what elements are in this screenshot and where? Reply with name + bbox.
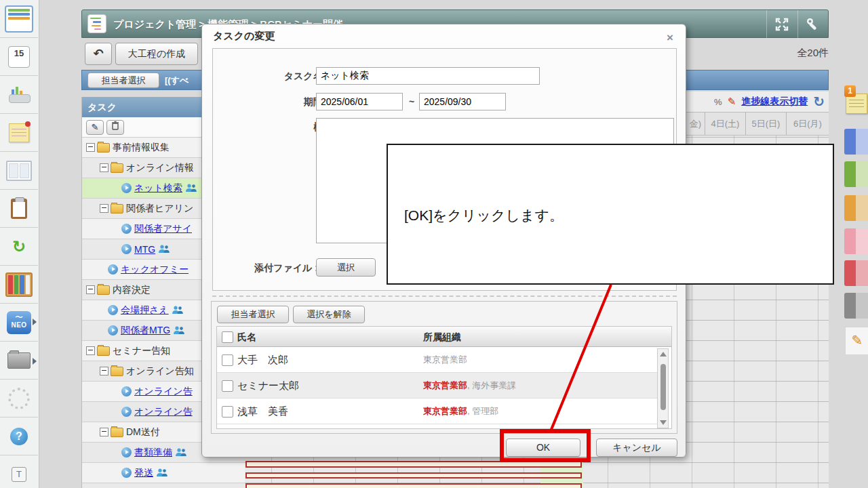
close-icon[interactable]: × <box>667 31 673 45</box>
dialog-separator <box>212 296 677 297</box>
workflow-sync-icon[interactable]: ↻ <box>0 228 38 266</box>
notification-note-icon[interactable]: 1 <box>844 85 868 118</box>
calendar-icon[interactable]: 15 <box>0 38 38 76</box>
cancel-button[interactable]: キャンセル <box>596 439 677 457</box>
tree-label: オンライン告知 <box>126 365 194 378</box>
ok-button-highlight-box <box>500 429 591 462</box>
legend-bar-red <box>844 260 868 286</box>
task-link[interactable]: 発送 <box>134 467 153 479</box>
progress-percent-label: % <box>714 97 722 107</box>
trash-icon <box>111 121 119 130</box>
settings-gear-icon-glyph <box>8 388 30 409</box>
clipboard-icon-glyph <box>11 199 27 219</box>
attachment-select-button[interactable]: 選択 <box>316 258 376 277</box>
member-select-button[interactable]: 担当者選択 <box>217 306 289 323</box>
scroll-up-icon[interactable] <box>660 352 667 357</box>
bulletin-board-icon[interactable] <box>0 152 38 190</box>
task-name-input[interactable] <box>316 67 540 85</box>
member-org: 東京営業部 <box>423 347 467 373</box>
memo-note-icon-glyph <box>9 123 29 142</box>
members-section: 担当者選択 選択を解除 氏名 所属組織 大手 次郎 東京営業部 セミナー太郎 東… <box>211 301 677 434</box>
member-row[interactable]: 浅草 美香 東京営業部, 管理部 <box>217 399 659 424</box>
task-link[interactable]: キックオフミー <box>121 264 189 276</box>
member-row[interactable]: 大手 次郎 東京営業部 <box>217 347 659 373</box>
back-arrow-icon: ↶ <box>93 47 103 60</box>
memo-note-icon[interactable] <box>0 114 38 152</box>
date-cell: 6日(月) <box>787 113 829 135</box>
gantt-pencil-tool-icon[interactable]: ✎ <box>845 327 868 355</box>
tree-row-partial <box>82 483 245 488</box>
folder-flyout-arrow-icon <box>33 358 37 365</box>
tree-label: オンライン情報 <box>126 162 194 174</box>
dashboard-icon[interactable] <box>0 0 38 38</box>
date-cell: 5日(日) <box>746 113 787 135</box>
assignee-select-button[interactable]: 担当者選択 <box>87 73 159 88</box>
period-end-input[interactable] <box>419 93 506 110</box>
member-checkbox[interactable] <box>222 406 233 418</box>
gantt-task-bar[interactable] <box>245 472 582 479</box>
create-major-process-button[interactable]: 大工程の作成 <box>115 43 198 65</box>
task-play-icon <box>121 468 132 478</box>
assignee-filter-text: [(すべ <box>165 70 189 91</box>
settings-gear-icon[interactable] <box>0 380 38 418</box>
select-all-checkbox[interactable] <box>222 331 233 343</box>
help-icon[interactable]: ? <box>0 418 38 455</box>
projector-icon[interactable] <box>0 76 38 114</box>
task-link[interactable]: 関係者アサイ <box>134 223 192 235</box>
scrollbar-thumb[interactable] <box>660 364 666 410</box>
task-link[interactable]: 関係者MTG <box>121 325 170 337</box>
period-tilde: ~ <box>407 96 416 107</box>
assignees-people-icon <box>173 326 185 335</box>
col-org-header: 所属組織 <box>423 327 461 347</box>
tree-label: 事前情報収集 <box>113 142 170 154</box>
period-start-input[interactable] <box>316 93 403 110</box>
task-play-icon <box>121 386 132 396</box>
legend-bar-gray <box>844 293 868 319</box>
collapse-icon[interactable] <box>100 367 108 375</box>
refresh-icon[interactable]: ↻ <box>813 94 825 110</box>
task-play-icon <box>121 183 132 193</box>
collapse-icon[interactable] <box>100 428 108 436</box>
task-play-icon <box>121 407 132 417</box>
tree-row-task[interactable]: 発送 <box>82 463 245 483</box>
progress-pencil-icon: ✎ <box>728 96 736 108</box>
projector-icon-glyph <box>9 87 29 103</box>
task-link[interactable]: オンライン告 <box>134 386 193 398</box>
gantt-task-bar[interactable] <box>245 483 582 488</box>
task-link[interactable]: オンライン告 <box>134 406 193 418</box>
collapse-icon[interactable] <box>86 285 95 294</box>
member-row[interactable]: セミナー太郎 東京営業部, 海外事業課 <box>217 373 659 399</box>
task-link[interactable]: 書類準備 <box>134 447 172 459</box>
member-org: 東京営業部, 管理部 <box>423 399 498 424</box>
member-name: 大手 次郎 <box>237 347 288 373</box>
collapse-icon[interactable] <box>100 204 108 213</box>
help-icon-glyph: ? <box>10 428 28 445</box>
clipboard-icon[interactable] <box>0 190 38 228</box>
text-tool-icon[interactable]: T <box>0 455 38 488</box>
neo-app-icon[interactable]: 〜NEO <box>0 304 38 342</box>
task-link[interactable]: MTG <box>134 244 155 255</box>
fullscreen-button[interactable] <box>766 10 797 39</box>
table-scrollbar[interactable] <box>657 348 669 428</box>
delete-trash-button[interactable] <box>106 120 124 135</box>
scroll-down-icon[interactable] <box>660 420 667 425</box>
edit-pencil-button[interactable]: ✎ <box>86 120 104 135</box>
member-checkbox[interactable] <box>222 354 233 366</box>
collapse-icon[interactable] <box>100 163 108 172</box>
back-button[interactable]: ↶ <box>85 43 112 65</box>
task-link[interactable]: 会場押さえ <box>121 304 169 317</box>
binders-icon[interactable] <box>0 266 38 304</box>
member-clear-button[interactable]: 選択を解除 <box>293 306 365 323</box>
neo-app-icon-glyph: 〜NEO <box>7 311 31 334</box>
task-link[interactable]: ネット検索 <box>134 182 182 195</box>
folder-tool-icon[interactable] <box>0 342 38 380</box>
col-name-header: 氏名 <box>237 327 256 347</box>
settings-wrench-button[interactable] <box>797 10 828 39</box>
tree-label: DM送付 <box>126 426 160 439</box>
member-checkbox[interactable] <box>222 380 233 392</box>
progress-line-toggle-link[interactable]: 進捗線表示切替 <box>741 96 808 108</box>
collapse-icon[interactable] <box>86 143 95 152</box>
legend-bar-orange <box>844 195 868 221</box>
assignees-people-icon <box>172 306 184 314</box>
collapse-icon[interactable] <box>86 346 95 355</box>
